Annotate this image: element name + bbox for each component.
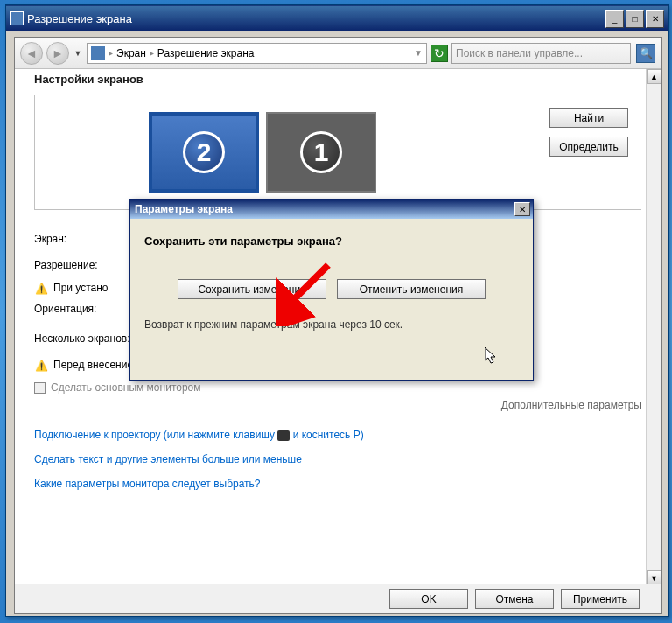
breadcrumb-part1[interactable]: Экран [116, 47, 146, 60]
nav-toolbar: ◄ ► ▼ ▸ Экран ▸ Разрешение экрана ▼ ↻ По… [15, 38, 661, 69]
apply-button[interactable]: Применить [561, 589, 640, 609]
monitor-badge: 2 [183, 131, 225, 173]
minimize-button[interactable]: _ [606, 10, 624, 28]
detect-button[interactable]: Определить [550, 136, 628, 157]
display-icon [91, 46, 105, 60]
maximize-button[interactable]: □ [626, 10, 644, 28]
forward-button[interactable]: ► [46, 42, 69, 65]
dialog-button-bar: OK Отмена Применить [15, 584, 661, 613]
address-breadcrumb[interactable]: ▸ Экран ▸ Разрешение экрана ▼ [87, 43, 427, 64]
dialog-countdown: Возврат к прежним параметрам экрана чере… [144, 318, 519, 331]
search-placeholder: Поиск в панели управле... [456, 47, 626, 60]
which-monitor-link[interactable]: Какие параметры монитора следует выбрать… [34, 478, 641, 490]
monitor-badge: 1 [300, 131, 342, 173]
warning-icon: ⚠️ [34, 359, 48, 373]
display-settings-dialog: Параметры экрана ✕ Сохранить эти парамет… [130, 199, 534, 381]
monitor-side-buttons: Найти Определить [550, 108, 628, 157]
text-size-link[interactable]: Сделать текст и другие элементы больше и… [34, 453, 641, 466]
close-button[interactable]: ✕ [646, 10, 664, 28]
cancel-button[interactable]: Отмена [475, 589, 554, 609]
main-monitor-checkbox [34, 382, 46, 394]
revert-changes-button[interactable]: Отменить изменения [337, 279, 486, 299]
section-title: Настройки экранов [34, 69, 641, 89]
monitor-number: 1 [314, 137, 329, 167]
main-monitor-row: Сделать основным монитором [34, 382, 641, 394]
monitor-1[interactable]: 1 [266, 112, 376, 192]
warning-icon: ⚠️ [34, 282, 48, 296]
monitor-number: 2 [197, 137, 212, 167]
back-button[interactable]: ◄ [20, 42, 43, 65]
monitor-2[interactable]: 2 [149, 112, 259, 192]
outer-titlebar: Разрешение экрана _ □ ✕ [6, 5, 668, 32]
dialog-titlebar[interactable]: Параметры экрана ✕ [130, 200, 533, 219]
warn1-text: При устано [53, 282, 108, 294]
dialog-title: Параметры экрана [133, 203, 513, 215]
breadcrumb-sep-icon: ▸ [150, 48, 154, 58]
nav-history-dropdown[interactable]: ▼ [73, 44, 83, 63]
find-button[interactable]: Найти [550, 108, 628, 128]
vertical-scrollbar[interactable]: ▲ ▼ [646, 69, 661, 585]
monitor-arrangement-box[interactable]: 2 1 Найти Определить [34, 94, 641, 210]
main-monitor-label: Сделать основным монитором [51, 382, 201, 394]
breadcrumb-drop-icon[interactable]: ▼ [414, 48, 423, 58]
scroll-up-icon[interactable]: ▲ [647, 69, 661, 84]
help-links: Подключение к проектору (или нажмите кла… [34, 429, 641, 490]
dialog-question: Сохранить эти параметры экрана? [144, 234, 519, 248]
breadcrumb-sep-icon: ▸ [108, 48, 113, 58]
dialog-close-button[interactable]: ✕ [514, 202, 530, 216]
breadcrumb-part2[interactable]: Разрешение экрана [158, 47, 255, 60]
app-icon [10, 11, 24, 25]
search-go-button[interactable]: 🔍 [636, 44, 655, 63]
ok-button[interactable]: OK [389, 589, 468, 609]
dialog-body: Сохранить эти параметры экрана? Сохранит… [130, 219, 533, 346]
save-changes-button[interactable]: Сохранить изменения [178, 279, 326, 299]
projector-link[interactable]: Подключение к проектору (или нажмите кла… [34, 429, 641, 441]
dialog-buttons: Сохранить изменения Отменить изменения [144, 279, 519, 299]
advanced-settings-link[interactable]: Дополнительные параметры [34, 399, 641, 411]
windows-key-icon [277, 430, 290, 441]
outer-window-title: Разрешение экрана [27, 12, 604, 25]
refresh-button[interactable]: ↻ [430, 45, 448, 62]
search-box[interactable]: Поиск в панели управле... [452, 43, 631, 64]
